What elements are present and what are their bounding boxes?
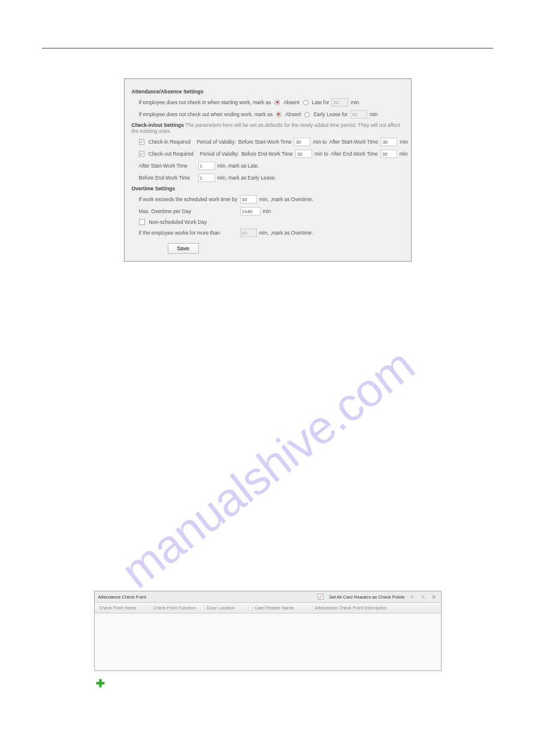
before-end-input[interactable] bbox=[295, 150, 312, 158]
late-for-radio[interactable] bbox=[303, 100, 309, 105]
no-checkout-label: If employee does not check out when endi… bbox=[139, 111, 273, 117]
before-end-label: Before End-Work Time bbox=[241, 151, 293, 157]
late-for-label: Late for bbox=[312, 99, 330, 105]
nonsched-checkbox[interactable]: ✓ bbox=[139, 219, 145, 225]
late-mark-label: After Start-Work Time bbox=[139, 163, 196, 169]
plus-icon: ✚ bbox=[96, 677, 493, 690]
absent-radio-2[interactable] bbox=[276, 112, 282, 117]
min-label-4: min bbox=[400, 151, 408, 157]
before-start-label: Before Start-Work Time bbox=[238, 139, 292, 145]
early-leave-mark-label: Before End-Work Time bbox=[139, 175, 196, 181]
checkin-required-label: Check-in Required bbox=[149, 139, 191, 145]
ot-exceed-label: If work exceeds the scheduled work time … bbox=[139, 196, 238, 202]
late-mark-row: After Start-Work Time min, mark as Late. bbox=[139, 162, 404, 170]
col-door-location[interactable]: Door Location bbox=[205, 605, 253, 611]
min-to-label: min to bbox=[313, 139, 327, 145]
after-end-label: After End-Work Time bbox=[331, 151, 378, 157]
validity-label: Period of Validity: bbox=[197, 139, 236, 145]
checkout-required-label: Check-out Required bbox=[149, 151, 194, 157]
check-point-columns: Check Point Name Check Point Function Do… bbox=[95, 603, 441, 614]
min-label-3: min bbox=[400, 139, 408, 145]
ot-exceed-row: If work exceeds the scheduled work time … bbox=[139, 195, 404, 204]
late-mark-tail: min, mark as Late. bbox=[217, 163, 259, 169]
min-label-2: min bbox=[370, 111, 378, 117]
settings-panel: Attendance/Absence Settings If employee … bbox=[124, 78, 412, 262]
absent-radio[interactable] bbox=[274, 100, 280, 105]
max-ot-input[interactable] bbox=[240, 207, 261, 215]
ot-exceed-input[interactable] bbox=[240, 195, 257, 204]
nonsched-ot-row: If the employee works for more than min,… bbox=[139, 229, 404, 237]
no-checkin-row: If employee does not check in when start… bbox=[139, 98, 404, 107]
checkin-required-checkbox[interactable]: ✓ bbox=[139, 139, 144, 145]
absent-label-2: Absent bbox=[285, 111, 301, 117]
checkinout-title: Check-in/out Settings The parameters her… bbox=[132, 122, 404, 134]
early-leave-radio[interactable] bbox=[304, 112, 310, 117]
early-leave-mark-row: Before End-Work Time min, mark as Early … bbox=[139, 174, 404, 182]
max-ot-label: Max. Overtime per Day bbox=[139, 208, 238, 214]
col-card-reader-name[interactable]: Card Reader Name bbox=[253, 605, 313, 611]
delete-icon[interactable]: ✕ bbox=[430, 593, 437, 600]
add-icon[interactable]: + bbox=[409, 593, 416, 600]
set-all-readers-label: Set All Card Readers as Check Points bbox=[329, 594, 404, 600]
no-checkin-label: If employee does not check in when start… bbox=[139, 99, 271, 105]
before-start-input[interactable] bbox=[294, 138, 310, 146]
early-leave-label: Early Leave for bbox=[313, 111, 347, 117]
min-to-label-2: min to bbox=[315, 151, 328, 157]
after-start-input[interactable] bbox=[380, 138, 397, 146]
nonsched-ot-input bbox=[240, 229, 257, 237]
save-button[interactable]: Save bbox=[168, 243, 199, 254]
early-leave-mark-tail: min, mark as Early Leave. bbox=[217, 175, 276, 181]
after-start-label: After Start-Work Time bbox=[330, 139, 379, 145]
nonsched-row: ✓ Non-scheduled Work Day bbox=[139, 219, 404, 225]
attendance-absence-title: Attendance/Absence Settings bbox=[132, 89, 404, 95]
col-description[interactable]: Attendance Check Point Description bbox=[313, 605, 439, 611]
min-label: min bbox=[350, 99, 359, 105]
nonsched-label: Non-scheduled Work Day bbox=[149, 219, 207, 225]
after-end-input[interactable] bbox=[380, 150, 397, 158]
col-check-point-function[interactable]: Check Point Function bbox=[151, 605, 205, 611]
check-point-header: Attendance Check Point ✓ Set All Card Re… bbox=[95, 591, 441, 603]
checkout-required-checkbox[interactable]: ✓ bbox=[139, 151, 144, 157]
nonsched-ot-label: If the employee works for more than bbox=[139, 230, 238, 236]
overtime-title: Overtime Settings bbox=[132, 186, 404, 192]
col-check-point-name[interactable]: Check Point Name bbox=[97, 605, 151, 611]
late-mark-input[interactable] bbox=[198, 162, 215, 170]
nonsched-ot-tail: min, ,mark as Overtime. bbox=[259, 230, 313, 236]
late-for-input bbox=[331, 98, 348, 107]
validity-label-2: Period of Validity: bbox=[200, 151, 239, 157]
checkout-required-row: ✓ Check-out Required Period of Validity:… bbox=[139, 150, 404, 158]
check-point-title: Attendance Check Point bbox=[98, 594, 146, 600]
check-point-list bbox=[95, 614, 441, 670]
max-ot-tail: min bbox=[263, 208, 271, 214]
edit-icon[interactable]: ✎ bbox=[419, 593, 427, 600]
max-ot-row: Max. Overtime per Day min bbox=[139, 207, 404, 215]
early-leave-input bbox=[350, 110, 367, 119]
early-leave-mark-input[interactable] bbox=[198, 174, 215, 182]
absent-label: Absent bbox=[283, 99, 299, 105]
check-point-panel: Attendance Check Point ✓ Set All Card Re… bbox=[94, 591, 442, 671]
checkin-required-row: ✓ Check-in Required Period of Validity: … bbox=[139, 138, 404, 146]
ot-exceed-tail: min, ,mark as Overtime. bbox=[259, 196, 313, 202]
set-all-readers-checkbox[interactable]: ✓ bbox=[318, 594, 324, 600]
no-checkout-row: If employee does not check out when endi… bbox=[139, 110, 404, 119]
